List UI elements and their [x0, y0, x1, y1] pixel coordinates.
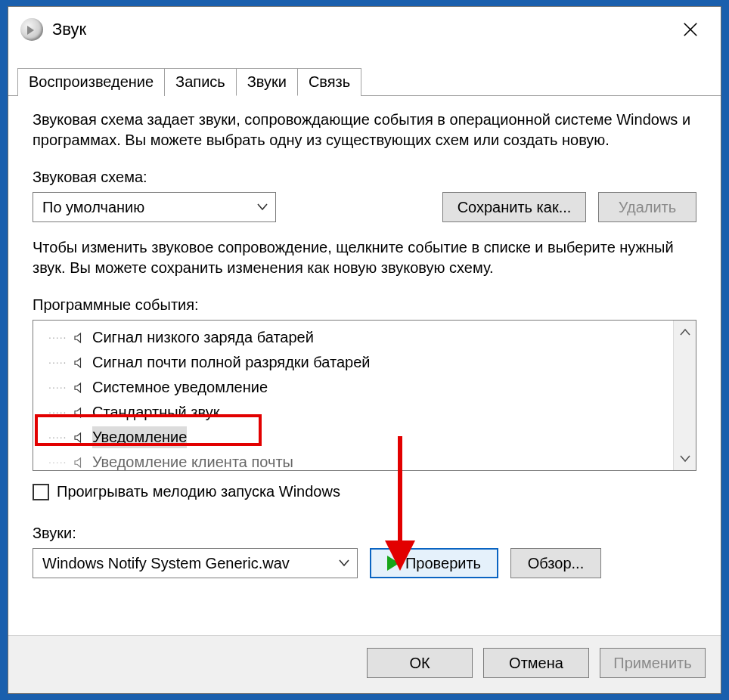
event-item-selected[interactable]: ····· Уведомление: [33, 425, 673, 450]
scheme-value: По умолчанию: [42, 197, 144, 218]
scrollbar[interactable]: [673, 321, 696, 470]
sound-dialog: Звук Воспроизведение Запись Звуки Связь …: [8, 6, 721, 694]
chevron-down-icon: [339, 556, 349, 571]
event-item[interactable]: ····· Уведомление клиента почты: [33, 450, 673, 470]
event-label: Сигнал почти полной разрядки батарей: [92, 352, 370, 373]
tabpanel-sounds: Звуковая схема задает звуки, сопровождаю…: [8, 96, 721, 635]
startup-sound-row: Проигрывать мелодию запуска Windows: [33, 482, 696, 502]
sound-file-value: Windows Notify System Generic.wav: [42, 553, 290, 574]
close-icon: [682, 21, 699, 38]
tabstrip: Воспроизведение Запись Звуки Связь: [8, 67, 721, 96]
titlebar: Звук: [8, 7, 721, 52]
test-label: Проверить: [405, 553, 481, 574]
events-label: Программные события:: [33, 295, 696, 315]
scheme-dropdown[interactable]: По умолчанию: [33, 192, 276, 222]
event-item[interactable]: ····· Системное уведомление: [33, 375, 673, 400]
speaker-icon: [71, 381, 88, 395]
event-label: Стандартный звук: [92, 401, 219, 423]
event-item[interactable]: ····· Сигнал почти полной разрядки батар…: [33, 350, 673, 375]
scheme-description: Звуковая схема задает звуки, сопровождаю…: [33, 110, 696, 150]
event-label: Уведомление: [92, 426, 187, 448]
play-icon: [387, 556, 399, 571]
tab-recording[interactable]: Запись: [164, 68, 237, 96]
speaker-icon: [71, 406, 88, 420]
delete-button[interactable]: Удалить: [598, 192, 696, 222]
tab-playback[interactable]: Воспроизведение: [17, 68, 165, 96]
browse-button[interactable]: Обзор...: [510, 548, 601, 578]
event-label: Сигнал низкого заряда батарей: [92, 327, 314, 348]
window-title: Звук: [52, 20, 675, 39]
speaker-icon: [71, 456, 88, 469]
sound-icon: [20, 18, 43, 41]
startup-sound-label: Проигрывать мелодию запуска Windows: [57, 482, 340, 502]
tab-communications[interactable]: Связь: [297, 68, 361, 96]
event-label: Уведомление клиента почты: [92, 451, 293, 470]
scroll-up-icon[interactable]: [680, 324, 690, 340]
sound-file-dropdown[interactable]: Windows Notify System Generic.wav: [33, 548, 358, 578]
event-item[interactable]: ····· Стандартный звук: [33, 400, 673, 425]
speaker-icon: [71, 331, 88, 345]
speaker-icon: [71, 431, 88, 444]
close-button[interactable]: [675, 14, 706, 45]
chevron-down-icon: [257, 200, 268, 215]
save-as-button[interactable]: Сохранить как...: [442, 192, 586, 222]
event-label: Системное уведомление: [92, 376, 268, 398]
tab-sounds[interactable]: Звуки: [236, 68, 298, 96]
apply-button[interactable]: Применить: [600, 648, 706, 678]
ok-button[interactable]: ОК: [367, 648, 473, 678]
test-button[interactable]: Проверить: [370, 548, 498, 578]
events-hint: Чтобы изменить звуковое сопровождение, щ…: [33, 237, 696, 278]
speaker-icon: [71, 356, 88, 370]
dialog-footer: ОК Отмена Применить: [8, 635, 721, 693]
event-item[interactable]: ····· Сигнал низкого заряда батарей: [33, 325, 673, 350]
scheme-label: Звуковая схема:: [33, 167, 696, 187]
scroll-down-icon[interactable]: [680, 451, 690, 467]
sounds-label: Звуки:: [33, 523, 696, 544]
events-listbox[interactable]: ····· Сигнал низкого заряда батарей ····…: [33, 320, 696, 471]
startup-sound-checkbox[interactable]: [33, 484, 49, 500]
cancel-button[interactable]: Отмена: [483, 648, 589, 678]
